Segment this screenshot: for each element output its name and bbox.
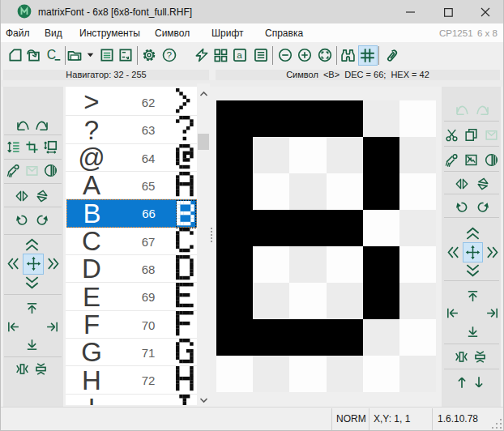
svg-text:a: a (237, 49, 242, 60)
svg-text:C: C (47, 48, 56, 62)
svg-text:?: ? (166, 49, 172, 60)
